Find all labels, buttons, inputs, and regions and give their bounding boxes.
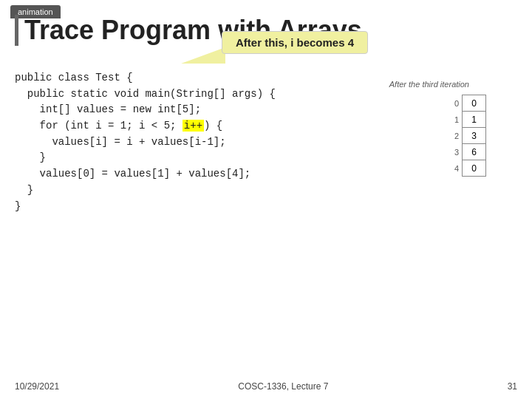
array-value: 0 <box>463 160 486 177</box>
code-line-3: int[] values = new int[5]; <box>15 102 276 118</box>
array-index: 4 <box>451 160 463 177</box>
code-line-6: } <box>15 150 276 166</box>
code-line-2: public static void main(String[] args) { <box>15 86 276 103</box>
highlight-token: i++ <box>183 120 204 132</box>
code-line-7: values[0] = values[1] + values[4]; <box>15 166 276 183</box>
array-value: 6 <box>463 144 486 160</box>
code-block: public class Test { public static void m… <box>15 70 276 214</box>
footer-page: 31 <box>508 381 517 392</box>
array-value: 1 <box>463 112 486 128</box>
array-index: 2 <box>451 128 463 144</box>
callout-arrow <box>181 47 225 64</box>
array-index: 0 <box>451 95 463 112</box>
code-line-5: values[i] = i + values[i-1]; <box>15 134 276 151</box>
array-index: 1 <box>451 112 463 128</box>
footer-date: 10/29/2021 <box>15 381 59 392</box>
iteration-label: After the third iteration <box>389 80 469 89</box>
array-row: 23 <box>451 128 486 144</box>
footer-course: COSC-1336, Lecture 7 <box>59 381 508 392</box>
array-table: 0011233640 <box>451 95 487 177</box>
array-row: 40 <box>451 160 486 177</box>
code-line-8: } <box>15 183 276 199</box>
code-line-9: } <box>15 199 276 215</box>
callout-box: After this, i becomes 4 <box>222 31 368 54</box>
footer: 10/29/2021 COSC-1336, Lecture 7 31 <box>15 381 517 392</box>
array-row: 36 <box>451 144 486 160</box>
array-row: 11 <box>451 112 486 128</box>
code-line-1: public class Test { <box>15 70 276 86</box>
code-line-4: for (int i = 1; i < 5; i++) { <box>15 118 276 134</box>
array-value: 3 <box>463 128 486 144</box>
array-index: 3 <box>451 144 463 160</box>
array-row: 00 <box>451 95 486 112</box>
array-value: 0 <box>463 95 486 112</box>
